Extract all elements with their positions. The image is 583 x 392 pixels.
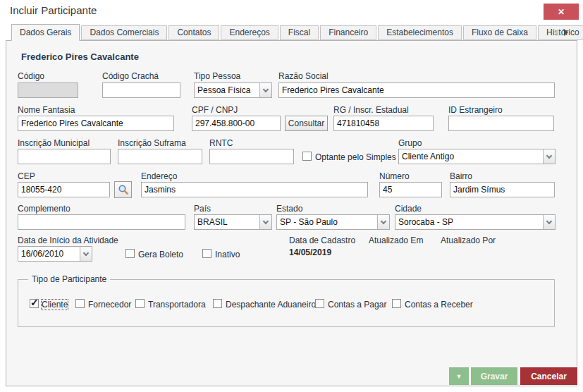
estado-label: Estado xyxy=(276,204,302,214)
tab-fluxo-de-caixa[interactable]: Fluxo de Caixa xyxy=(463,25,536,40)
consultar-button[interactable]: Consultar xyxy=(285,116,328,131)
data-inicio-label: Data de Início da Atividade xyxy=(18,235,118,245)
endereco-label: Endereço xyxy=(141,171,177,181)
grupo-value: Cliente Antigo xyxy=(399,149,543,164)
atualizado-em-label: Atualizado Em xyxy=(369,235,423,245)
razao-social-field[interactable] xyxy=(278,82,555,98)
participant-name-heading: Frederico Pires Cavalcante xyxy=(21,51,139,62)
bairro-label: Bairro xyxy=(450,171,472,181)
close-icon: ✕ xyxy=(558,7,565,17)
inscricao-suframa-field[interactable] xyxy=(118,149,202,164)
optante-simples-checkbox[interactable] xyxy=(302,152,312,161)
chevron-down-icon[interactable] xyxy=(259,215,271,229)
tab-dados-comerciais[interactable]: Dados Comerciais xyxy=(81,25,167,40)
dialog-incluir-participante: Incluir Participante ✕ Dados Gerais Dado… xyxy=(0,0,583,392)
bairro-field[interactable] xyxy=(450,182,555,197)
gera-boleto-checkbox[interactable] xyxy=(125,249,135,258)
inscricao-municipal-field[interactable] xyxy=(18,149,111,164)
pais-select[interactable]: BRASIL xyxy=(194,214,272,230)
tab-enderecos[interactable]: Endereços xyxy=(221,25,278,40)
transportadora-checkbox[interactable] xyxy=(135,299,145,308)
chevron-down-icon[interactable] xyxy=(259,83,271,97)
cidade-select[interactable]: Sorocaba - SP xyxy=(395,214,556,230)
cidade-value: Sorocaba - SP xyxy=(395,215,543,229)
despachante-aduaneiro-label: Despachante Aduaneiro xyxy=(226,300,316,310)
cpf-cnpj-label: CPF / CNPJ xyxy=(192,105,238,115)
tipo-participante-legend: Tipo de Participante xyxy=(28,274,110,284)
gravar-button[interactable]: Gravar xyxy=(471,367,517,385)
contas-a-pagar-checkbox[interactable] xyxy=(315,299,324,308)
numero-field[interactable] xyxy=(379,182,442,197)
cliente-checkbox[interactable] xyxy=(30,299,39,308)
dialog-title: Incluir Participante xyxy=(10,4,97,16)
pais-value: BRASIL xyxy=(195,215,259,229)
tab-dados-gerais[interactable]: Dados Gerais xyxy=(11,24,80,41)
tab-scroll-right-icon[interactable] xyxy=(564,29,568,36)
dropdown-arrow-icon: ▼ xyxy=(456,373,462,380)
optante-simples-label: Optante pelo Simples xyxy=(315,152,396,162)
id-estrangeiro-field[interactable] xyxy=(448,116,554,131)
cpf-cnpj-field[interactable] xyxy=(192,116,281,131)
cep-search-button[interactable] xyxy=(114,181,132,198)
search-icon xyxy=(118,184,129,195)
rntc-label: RNTC xyxy=(209,138,233,148)
fornecedor-checkbox[interactable] xyxy=(75,299,85,308)
tab-contatos[interactable]: Contatos xyxy=(168,25,219,40)
inativo-label: Inativo xyxy=(215,250,240,259)
tipo-pessoa-value: Pessoa Física xyxy=(195,83,259,97)
grupo-select[interactable]: Cliente Antigo xyxy=(398,149,556,164)
cep-field[interactable] xyxy=(18,182,110,197)
cep-label: CEP xyxy=(18,171,35,181)
endereco-field[interactable] xyxy=(141,182,368,197)
gravar-options-button[interactable]: ▼ xyxy=(449,367,469,385)
chevron-down-icon[interactable] xyxy=(543,149,555,164)
gera-boleto-label: Gera Boleto xyxy=(138,250,183,259)
data-inicio-value: 16/06/2010 xyxy=(18,247,80,261)
transportadora-label: Transportadora xyxy=(148,300,206,310)
codigo-cracha-label: Código Crachá xyxy=(102,71,159,81)
chevron-down-icon[interactable] xyxy=(80,247,92,261)
tipo-pessoa-label: Tipo Pessoa xyxy=(194,71,240,81)
codigo-field xyxy=(18,82,78,98)
data-cadastro-value: 14/05/2019 xyxy=(289,247,331,257)
tab-financeiro[interactable]: Financeiro xyxy=(320,25,376,40)
codigo-cracha-field[interactable] xyxy=(102,82,180,98)
numero-label: Número xyxy=(379,171,410,181)
contas-a-receber-label: Contas a Receber xyxy=(405,300,473,310)
fornecedor-label: Fornecedor xyxy=(88,300,131,310)
inscricao-suframa-label: Inscrição Suframa xyxy=(118,138,186,148)
tab-scroll-arrows xyxy=(554,29,568,36)
data-inicio-picker[interactable]: 16/06/2010 xyxy=(18,246,92,262)
tab-fiscal[interactable]: Fiscal xyxy=(280,25,319,40)
razao-social-label: Razão Social xyxy=(278,71,329,81)
cliente-label: Cliente xyxy=(42,300,68,310)
atualizado-por-label: Atualizado Por xyxy=(441,235,496,245)
estado-value: SP - São Paulo xyxy=(277,215,377,229)
cidade-label: Cidade xyxy=(395,204,422,214)
nome-fantasia-field[interactable] xyxy=(18,116,174,131)
contas-a-receber-checkbox[interactable] xyxy=(392,299,401,308)
tab-scroll-left-icon[interactable] xyxy=(554,29,558,36)
despachante-aduaneiro-checkbox[interactable] xyxy=(213,299,222,308)
close-button[interactable]: ✕ xyxy=(544,4,579,20)
tab-estabelecimentos[interactable]: Estabelecimentos xyxy=(378,25,462,40)
nome-fantasia-label: Nome Fantasia xyxy=(18,105,75,115)
chevron-down-icon[interactable] xyxy=(377,215,389,229)
cancelar-button[interactable]: Cancelar xyxy=(520,367,577,385)
contas-a-pagar-label: Contas a Pagar xyxy=(328,300,386,310)
id-estrangeiro-label: ID Estrangeiro xyxy=(448,105,503,115)
rg-inscr-estadual-label: RG / Inscr. Estadual xyxy=(333,105,409,115)
rntc-field[interactable] xyxy=(209,149,294,164)
data-cadastro-label: Data de Cadastro xyxy=(289,235,355,245)
estado-select[interactable]: SP - São Paulo xyxy=(276,214,390,230)
rg-inscr-estadual-field[interactable] xyxy=(333,116,434,131)
chevron-down-icon[interactable] xyxy=(543,215,555,229)
tipo-pessoa-select[interactable]: Pessoa Física xyxy=(194,82,272,98)
complemento-field[interactable] xyxy=(18,214,185,230)
tab-strip: Dados Gerais Dados Comerciais Contatos E… xyxy=(11,24,583,40)
grupo-label: Grupo xyxy=(398,138,422,148)
complemento-label: Complemento xyxy=(18,204,70,214)
inativo-checkbox[interactable] xyxy=(202,249,211,258)
pais-label: País xyxy=(194,204,211,214)
codigo-label: Código xyxy=(18,71,44,81)
